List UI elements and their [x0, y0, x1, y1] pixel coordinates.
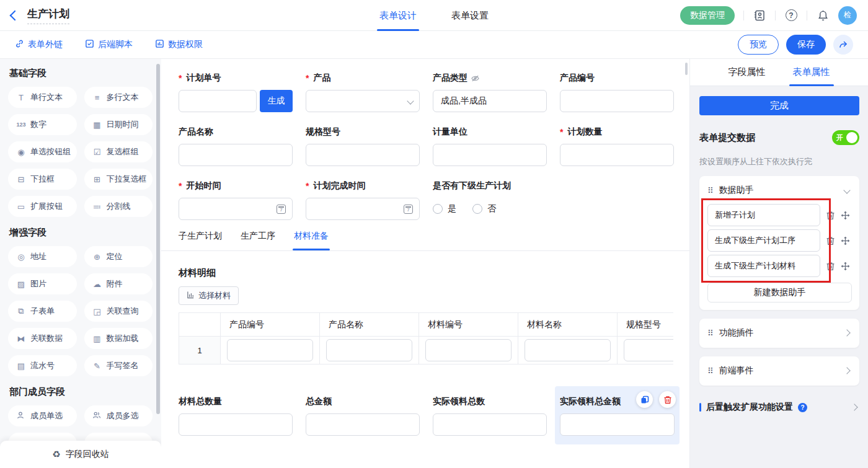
save-button[interactable]: 保存: [786, 35, 826, 55]
copy-field-icon[interactable]: [636, 391, 653, 408]
field-item-relate-query[interactable]: ◲关联查询: [84, 301, 153, 322]
tab-field-properties[interactable]: 字段属性: [728, 59, 766, 86]
preview-button[interactable]: 预览: [738, 35, 779, 55]
field-product-name[interactable]: 产品名称: [179, 126, 293, 166]
chevron-right-icon[interactable]: [843, 367, 850, 374]
spec-model-input[interactable]: [306, 144, 420, 166]
actual-pick-amount-input[interactable]: [560, 413, 675, 436]
canvas-scrollbar[interactable]: [685, 63, 688, 75]
field-item-dropdown[interactable]: ⊟下拉框: [8, 169, 77, 190]
help-question-icon[interactable]: ?: [798, 403, 807, 412]
assistant-item-input[interactable]: 生成下级生产计划材料: [707, 255, 820, 277]
plan-no-input[interactable]: [179, 90, 257, 112]
field-item-multi-line-text[interactable]: ≡多行文本: [84, 87, 153, 108]
tab-sub-production-plan[interactable]: 子生产计划: [179, 231, 222, 250]
product-code-input[interactable]: [560, 90, 674, 112]
drag-handle-icon[interactable]: ⠿: [707, 329, 714, 337]
field-plan-qty[interactable]: 计划数量: [560, 126, 674, 166]
drag-handle-icon[interactable]: ⠿: [707, 187, 714, 195]
product-select[interactable]: [306, 90, 420, 112]
move-assistant-icon[interactable]: [841, 262, 850, 271]
plugin-card[interactable]: ⠿ 功能插件: [699, 319, 859, 348]
assistant-item-input[interactable]: 新增子计划: [707, 204, 820, 226]
radio-no[interactable]: 否: [472, 203, 496, 214]
field-item-data-load[interactable]: ▥数据加载: [84, 328, 153, 349]
field-item-serial-number[interactable]: ▤流水号: [8, 355, 77, 376]
field-item-extend-button[interactable]: ▭扩展按钮: [8, 196, 77, 217]
frontend-event-card[interactable]: ⠿ 前端事件: [699, 356, 859, 386]
cell-product-name-input[interactable]: [326, 339, 412, 361]
finish-time-input[interactable]: 7: [306, 198, 420, 220]
field-item-subform[interactable]: ⧉子表单: [8, 301, 77, 322]
tab-form-settings[interactable]: 表单设置: [451, 0, 489, 31]
data-permission-link[interactable]: 数据权限: [155, 39, 203, 50]
field-has-sub-plan[interactable]: 是否有下级生产计划 是 否: [433, 180, 547, 220]
field-total-amount[interactable]: 总金额: [306, 386, 420, 444]
contact-book-icon[interactable]: [753, 9, 766, 22]
field-item-number[interactable]: 123数字: [8, 114, 77, 135]
data-manage-button[interactable]: 数据管理: [680, 6, 735, 25]
radio-yes[interactable]: 是: [433, 203, 456, 214]
cell-material-name-input[interactable]: [525, 339, 611, 361]
field-product[interactable]: 产品: [306, 73, 420, 112]
field-item-datetime[interactable]: ▦日期时间: [84, 114, 153, 135]
chevron-right-icon[interactable]: [851, 404, 857, 410]
field-item-dropdown-multi[interactable]: ⊞下拉复选框: [84, 169, 153, 190]
delete-assistant-icon[interactable]: [826, 262, 835, 271]
new-data-assistant-button[interactable]: 新建数据助手: [707, 283, 852, 302]
cell-spec-model-input[interactable]: [624, 339, 673, 361]
notification-bell-icon[interactable]: [816, 9, 830, 22]
delete-assistant-icon[interactable]: [826, 211, 835, 220]
product-type-input[interactable]: 成品,半成品: [433, 90, 547, 112]
assistant-item-input[interactable]: 生成下级生产计划工序: [707, 229, 820, 252]
field-spec-model[interactable]: 规格型号: [306, 126, 420, 166]
product-name-input[interactable]: [179, 144, 293, 166]
field-actual-pick-amount-selected[interactable]: 实际领料总金额: [555, 386, 680, 444]
field-item-single-line-text[interactable]: T单行文本: [8, 87, 77, 108]
move-assistant-icon[interactable]: [841, 211, 850, 220]
material-total-qty-input[interactable]: [179, 413, 293, 436]
field-item-member-single[interactable]: 成员单选: [8, 405, 77, 426]
select-material-button[interactable]: 选择材料: [179, 286, 239, 305]
field-item-relate-data[interactable]: ⧓关联数据: [8, 328, 77, 349]
field-item-radio-group[interactable]: ◉单选按钮组: [8, 141, 77, 162]
sidebar-scrollbar[interactable]: [156, 64, 160, 414]
field-unit[interactable]: 计量单位: [433, 126, 547, 166]
field-item-image[interactable]: ▨图片: [8, 273, 77, 294]
delete-assistant-icon[interactable]: [826, 236, 835, 245]
drag-handle-icon[interactable]: ⠿: [707, 367, 714, 375]
tab-form-properties[interactable]: 表单属性: [793, 59, 830, 86]
share-button[interactable]: [833, 35, 853, 55]
submit-data-toggle[interactable]: 开: [832, 130, 859, 145]
field-material-total-qty[interactable]: 材料总数量: [179, 386, 293, 444]
form-external-link[interactable]: 表单外链: [15, 39, 63, 50]
actual-pick-total-input[interactable]: [433, 413, 547, 436]
field-item-checkbox-group[interactable]: ☑复选框组: [84, 141, 153, 162]
back-icon[interactable]: [10, 10, 20, 20]
chevron-right-icon[interactable]: [843, 329, 850, 336]
field-product-code[interactable]: 产品编号: [560, 73, 674, 112]
field-item-locate[interactable]: ⊕定位: [84, 246, 153, 267]
cell-product-code-input[interactable]: [227, 339, 313, 361]
move-assistant-icon[interactable]: [841, 236, 850, 245]
field-item-address[interactable]: ◎地址: [8, 246, 77, 267]
start-time-input[interactable]: 7: [179, 198, 293, 220]
field-item-divider[interactable]: ≕分割线: [84, 196, 153, 217]
help-icon[interactable]: ?: [784, 9, 798, 22]
field-actual-pick-total[interactable]: 实际领料总数: [433, 386, 547, 444]
backend-script-link[interactable]: 后端脚本: [85, 39, 133, 50]
field-item-signature[interactable]: ✎手写签名: [84, 355, 153, 376]
field-finish-time[interactable]: 计划完成时间 7: [306, 180, 420, 220]
generate-button[interactable]: 生成: [260, 90, 293, 112]
post-trigger-row[interactable]: 后置触发扩展功能设置 ?: [699, 402, 859, 413]
total-amount-input[interactable]: [306, 413, 420, 436]
unit-input[interactable]: [433, 144, 547, 166]
tab-form-design[interactable]: 表单设计: [379, 0, 417, 31]
cell-material-code-input[interactable]: [425, 339, 512, 361]
field-recycle-bin[interactable]: ♻ 字段回收站: [0, 441, 161, 468]
field-item-attachment[interactable]: ☁附件: [84, 273, 153, 294]
delete-field-icon[interactable]: [659, 391, 676, 408]
tab-production-process[interactable]: 生产工序: [241, 231, 275, 250]
chevron-down-icon[interactable]: [843, 187, 850, 193]
avatar[interactable]: 检: [838, 6, 857, 25]
